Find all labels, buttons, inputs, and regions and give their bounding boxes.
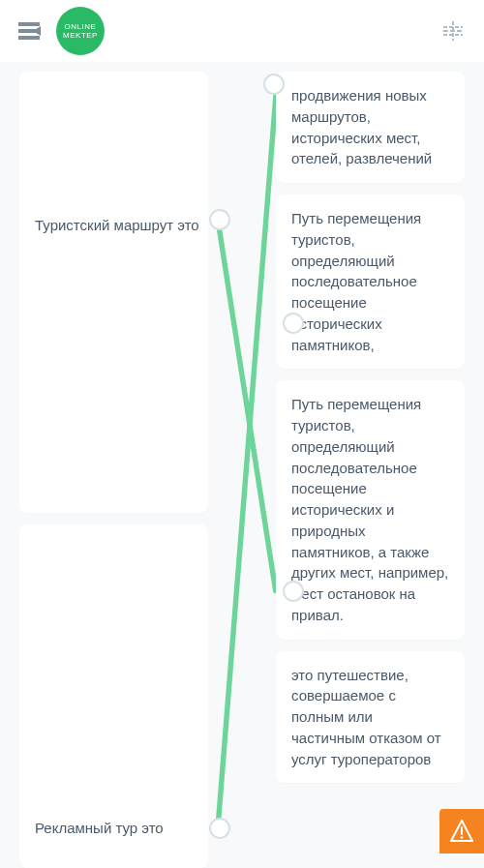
definitions-column: продвижения новых маршрутов, исторически… <box>276 72 465 868</box>
left-connector-1[interactable] <box>209 209 230 230</box>
menu-button[interactable] <box>15 15 46 46</box>
terms-column: Туристский маршрут это Рекламный тур это <box>19 72 208 868</box>
term-text: Рекламный тур это <box>35 818 164 839</box>
definition-card[interactable]: Путь перемещения туристов, определяющий … <box>276 195 465 369</box>
language-button[interactable] <box>438 15 469 46</box>
term-card[interactable]: Рекламный тур это <box>19 524 208 868</box>
logo-text-2: MEKTEP <box>63 31 98 40</box>
term-text: Туристский маршрут это <box>35 215 199 236</box>
logo[interactable]: ONLINE MEKTEP <box>56 7 105 55</box>
globe-icon <box>442 20 464 42</box>
definition-card[interactable]: Путь перемещения туристов, определяющий … <box>276 380 465 639</box>
svg-rect-0 <box>18 22 40 26</box>
right-connector-3[interactable] <box>283 581 304 602</box>
definition-text: Путь перемещения туристов, определяющий … <box>291 394 449 625</box>
definition-text: продвижения новых маршрутов, исторически… <box>291 85 449 169</box>
svg-marker-3 <box>33 26 41 36</box>
warning-icon <box>449 819 474 844</box>
right-connector-1[interactable] <box>263 74 285 95</box>
definition-card[interactable]: продвижения новых маршрутов, исторически… <box>276 72 465 183</box>
warning-button[interactable] <box>439 809 484 853</box>
term-card[interactable]: Туристский маршрут это <box>19 72 208 513</box>
svg-point-12 <box>461 836 464 839</box>
svg-rect-2 <box>18 36 40 40</box>
definition-text: это путешествие, совершаемое с полным ил… <box>291 665 449 770</box>
matching-exercise: Туристский маршрут это Рекламный тур это… <box>0 62 484 868</box>
definition-text: Путь перемещения туристов, определяющий … <box>291 208 449 355</box>
left-connector-2[interactable] <box>209 818 230 839</box>
definition-card[interactable]: это путешествие, совершаемое с полным ил… <box>276 651 465 784</box>
menu-icon <box>18 20 44 42</box>
right-connector-2[interactable] <box>283 313 304 334</box>
logo-text-1: ONLINE <box>65 22 97 31</box>
app-header: ONLINE MEKTEP <box>0 0 484 62</box>
